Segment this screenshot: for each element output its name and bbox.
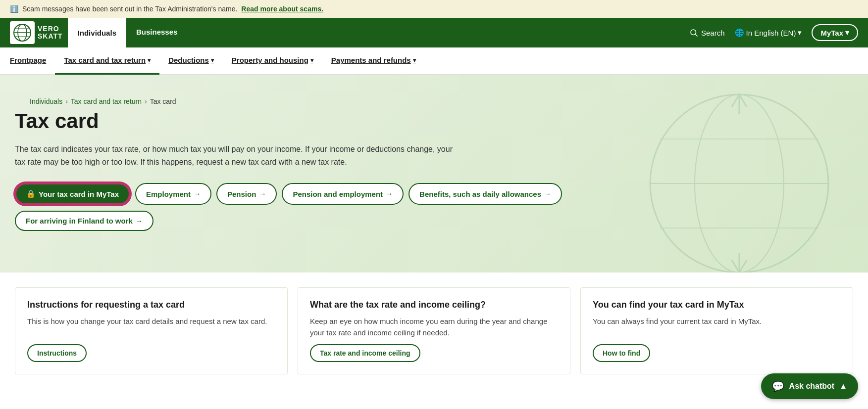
arrow-icon: → xyxy=(386,190,393,198)
card-instructions-description: This is how you change your tax card det… xyxy=(27,316,275,338)
search-button[interactable]: Search xyxy=(689,28,725,37)
logo-box xyxy=(10,21,35,44)
arrow-icon: → xyxy=(259,190,266,198)
chatbot-icon: 💬 xyxy=(772,380,784,389)
card-find-mytax-description: You can always find your current tax car… xyxy=(593,316,841,338)
info-card-find-mytax: You can find your tax card in MyTax You … xyxy=(580,287,853,374)
svg-point-5 xyxy=(691,30,696,35)
employment-quicklink-button[interactable]: Employment → xyxy=(135,183,211,205)
main-header: VERO SKATT Individuals Businesses Search… xyxy=(0,18,868,47)
logo-area[interactable]: VERO SKATT xyxy=(10,21,63,44)
benefits-quicklink-button[interactable]: Benefits, such as daily allowances → xyxy=(408,183,562,205)
arriving-finland-quicklink-button[interactable]: For arriving in Finland to work → xyxy=(15,211,153,231)
secondary-nav: Frontpage Tax card and tax return ▾ Dedu… xyxy=(0,47,868,75)
logo-svg xyxy=(13,23,32,42)
nav-tab-businesses[interactable]: Businesses xyxy=(126,18,187,47)
language-selector[interactable]: 🌐 In English (EN) ▾ xyxy=(735,28,802,37)
card-instructions-title: Instructions for requesting a tax card xyxy=(27,300,275,310)
page-description: The tax card indicates your tax rate, or… xyxy=(15,143,460,168)
chevron-down-icon: ▾ xyxy=(413,57,416,64)
logo-vero: VERO xyxy=(38,25,63,33)
mytax-quicklink-button[interactable]: 🔒 Your tax card in MyTax xyxy=(15,183,130,205)
breadcrumb-sep-1: › xyxy=(65,97,68,105)
card-find-mytax-title: You can find your tax card in MyTax xyxy=(593,300,841,310)
header-left: VERO SKATT Individuals Businesses xyxy=(10,18,187,47)
lock-icon: 🔒 xyxy=(26,189,36,198)
scam-banner: ℹ️ Scam messages have been sent out in t… xyxy=(0,0,868,18)
info-icon: ℹ️ xyxy=(10,5,18,13)
chevron-down-icon: ▾ xyxy=(845,28,849,37)
header-right: Search 🌐 In English (EN) ▾ MyTax ▾ xyxy=(689,24,858,41)
breadcrumb-tax-card-return[interactable]: Tax card and tax return xyxy=(71,97,142,105)
globe-icon: 🌐 xyxy=(735,28,744,37)
nav-tab-individuals[interactable]: Individuals xyxy=(68,18,126,47)
sec-nav-frontpage[interactable]: Frontpage xyxy=(10,47,55,75)
chevron-down-icon: ▾ xyxy=(798,28,802,37)
sec-nav-payments[interactable]: Payments and refunds ▾ xyxy=(322,47,425,75)
arrow-icon: → xyxy=(194,190,201,198)
chatbot-button[interactable]: 💬 Ask chatbot ▲ xyxy=(761,373,858,389)
card-tax-rate-description: Keep an eye on how much income you earn … xyxy=(310,316,558,338)
arrow-icon: → xyxy=(136,217,143,225)
search-icon xyxy=(689,28,698,37)
info-card-tax-rate: What are the tax rate and income ceiling… xyxy=(298,287,570,374)
scam-banner-link[interactable]: Read more about scams. xyxy=(241,5,323,13)
how-to-find-button[interactable]: How to find xyxy=(593,344,650,362)
info-card-instructions: Instructions for requesting a tax card T… xyxy=(15,287,288,374)
breadcrumb-individuals[interactable]: Individuals xyxy=(30,97,62,105)
sec-nav-deductions[interactable]: Deductions ▾ xyxy=(159,47,223,75)
breadcrumb: Individuals › Tax card and tax return › … xyxy=(15,90,853,109)
scam-banner-text: Scam messages have been sent out in the … xyxy=(22,5,237,13)
pension-quicklink-button[interactable]: Pension → xyxy=(216,183,277,205)
breadcrumb-current: Tax card xyxy=(150,97,176,105)
tax-rate-button[interactable]: Tax rate and income ceiling xyxy=(310,344,420,362)
svg-line-6 xyxy=(695,34,697,36)
chatbot-label: Ask chatbot xyxy=(789,382,835,389)
instructions-button[interactable]: Instructions xyxy=(27,344,87,362)
chatbot-expand-icon: ▲ xyxy=(839,382,847,389)
chevron-down-icon: ▾ xyxy=(310,57,313,64)
sec-nav-property[interactable]: Property and housing ▾ xyxy=(223,47,322,75)
breadcrumb-sep-2: › xyxy=(145,97,147,105)
quick-links-row2: For arriving in Finland to work → xyxy=(15,211,853,231)
card-tax-rate-title: What are the tax rate and income ceiling… xyxy=(310,300,558,310)
mytax-button[interactable]: MyTax ▾ xyxy=(812,24,858,41)
cards-section: Instructions for requesting a tax card T… xyxy=(0,273,868,389)
sec-nav-tax-card[interactable]: Tax card and tax return ▾ xyxy=(55,47,159,75)
logo-skatt: SKATT xyxy=(38,33,63,40)
arrow-icon: → xyxy=(544,190,551,198)
chevron-down-icon: ▾ xyxy=(148,57,151,64)
quick-links: 🔒 Your tax card in MyTax Employment → Pe… xyxy=(15,183,853,205)
chevron-down-icon: ▾ xyxy=(211,57,214,64)
pension-employment-quicklink-button[interactable]: Pension and employment → xyxy=(282,183,404,205)
hero-section: Individuals › Tax card and tax return › … xyxy=(0,75,868,273)
page-title: Tax card xyxy=(15,109,853,133)
